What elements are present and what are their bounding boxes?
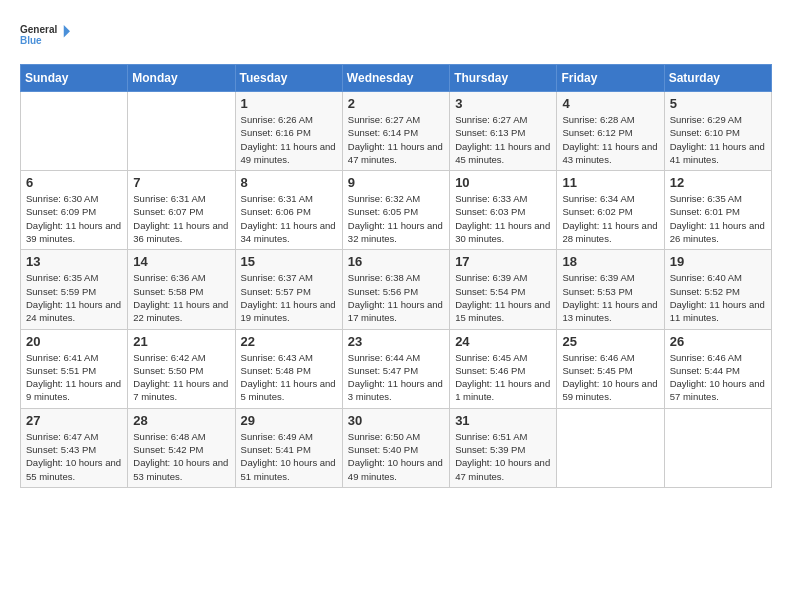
- svg-text:Blue: Blue: [20, 35, 42, 46]
- header-cell-sunday: Sunday: [21, 65, 128, 92]
- week-row-1: 1Sunrise: 6:26 AM Sunset: 6:16 PM Daylig…: [21, 92, 772, 171]
- day-info: Sunrise: 6:36 AM Sunset: 5:58 PM Dayligh…: [133, 271, 229, 324]
- day-info: Sunrise: 6:38 AM Sunset: 5:56 PM Dayligh…: [348, 271, 444, 324]
- svg-text:General: General: [20, 24, 57, 35]
- day-info: Sunrise: 6:32 AM Sunset: 6:05 PM Dayligh…: [348, 192, 444, 245]
- day-cell: 7Sunrise: 6:31 AM Sunset: 6:07 PM Daylig…: [128, 171, 235, 250]
- day-number: 2: [348, 96, 444, 111]
- header-cell-friday: Friday: [557, 65, 664, 92]
- day-cell: 4Sunrise: 6:28 AM Sunset: 6:12 PM Daylig…: [557, 92, 664, 171]
- day-number: 18: [562, 254, 658, 269]
- day-info: Sunrise: 6:35 AM Sunset: 5:59 PM Dayligh…: [26, 271, 122, 324]
- day-cell: 10Sunrise: 6:33 AM Sunset: 6:03 PM Dayli…: [450, 171, 557, 250]
- day-number: 24: [455, 334, 551, 349]
- day-cell: 21Sunrise: 6:42 AM Sunset: 5:50 PM Dayli…: [128, 329, 235, 408]
- header-cell-tuesday: Tuesday: [235, 65, 342, 92]
- header-cell-wednesday: Wednesday: [342, 65, 449, 92]
- day-cell: 24Sunrise: 6:45 AM Sunset: 5:46 PM Dayli…: [450, 329, 557, 408]
- logo: General Blue: [20, 16, 70, 56]
- day-number: 13: [26, 254, 122, 269]
- day-info: Sunrise: 6:39 AM Sunset: 5:53 PM Dayligh…: [562, 271, 658, 324]
- day-number: 4: [562, 96, 658, 111]
- day-cell: 8Sunrise: 6:31 AM Sunset: 6:06 PM Daylig…: [235, 171, 342, 250]
- day-info: Sunrise: 6:33 AM Sunset: 6:03 PM Dayligh…: [455, 192, 551, 245]
- day-cell: 29Sunrise: 6:49 AM Sunset: 5:41 PM Dayli…: [235, 408, 342, 487]
- header-row: SundayMondayTuesdayWednesdayThursdayFrid…: [21, 65, 772, 92]
- day-cell: [557, 408, 664, 487]
- day-cell: 5Sunrise: 6:29 AM Sunset: 6:10 PM Daylig…: [664, 92, 771, 171]
- day-number: 19: [670, 254, 766, 269]
- day-info: Sunrise: 6:44 AM Sunset: 5:47 PM Dayligh…: [348, 351, 444, 404]
- day-number: 15: [241, 254, 337, 269]
- day-number: 26: [670, 334, 766, 349]
- day-info: Sunrise: 6:46 AM Sunset: 5:45 PM Dayligh…: [562, 351, 658, 404]
- day-info: Sunrise: 6:30 AM Sunset: 6:09 PM Dayligh…: [26, 192, 122, 245]
- day-number: 30: [348, 413, 444, 428]
- day-cell: 18Sunrise: 6:39 AM Sunset: 5:53 PM Dayli…: [557, 250, 664, 329]
- day-cell: [664, 408, 771, 487]
- week-row-5: 27Sunrise: 6:47 AM Sunset: 5:43 PM Dayli…: [21, 408, 772, 487]
- day-info: Sunrise: 6:37 AM Sunset: 5:57 PM Dayligh…: [241, 271, 337, 324]
- day-info: Sunrise: 6:50 AM Sunset: 5:40 PM Dayligh…: [348, 430, 444, 483]
- day-info: Sunrise: 6:28 AM Sunset: 6:12 PM Dayligh…: [562, 113, 658, 166]
- day-cell: 19Sunrise: 6:40 AM Sunset: 5:52 PM Dayli…: [664, 250, 771, 329]
- day-info: Sunrise: 6:27 AM Sunset: 6:14 PM Dayligh…: [348, 113, 444, 166]
- day-info: Sunrise: 6:46 AM Sunset: 5:44 PM Dayligh…: [670, 351, 766, 404]
- day-cell: 23Sunrise: 6:44 AM Sunset: 5:47 PM Dayli…: [342, 329, 449, 408]
- week-row-4: 20Sunrise: 6:41 AM Sunset: 5:51 PM Dayli…: [21, 329, 772, 408]
- day-number: 29: [241, 413, 337, 428]
- day-info: Sunrise: 6:51 AM Sunset: 5:39 PM Dayligh…: [455, 430, 551, 483]
- day-number: 14: [133, 254, 229, 269]
- week-row-3: 13Sunrise: 6:35 AM Sunset: 5:59 PM Dayli…: [21, 250, 772, 329]
- svg-marker-2: [64, 25, 70, 38]
- day-cell: 14Sunrise: 6:36 AM Sunset: 5:58 PM Dayli…: [128, 250, 235, 329]
- header-cell-monday: Monday: [128, 65, 235, 92]
- day-number: 5: [670, 96, 766, 111]
- day-number: 23: [348, 334, 444, 349]
- day-info: Sunrise: 6:42 AM Sunset: 5:50 PM Dayligh…: [133, 351, 229, 404]
- day-info: Sunrise: 6:40 AM Sunset: 5:52 PM Dayligh…: [670, 271, 766, 324]
- header-cell-thursday: Thursday: [450, 65, 557, 92]
- day-cell: 13Sunrise: 6:35 AM Sunset: 5:59 PM Dayli…: [21, 250, 128, 329]
- day-number: 7: [133, 175, 229, 190]
- day-number: 1: [241, 96, 337, 111]
- day-cell: 2Sunrise: 6:27 AM Sunset: 6:14 PM Daylig…: [342, 92, 449, 171]
- day-number: 31: [455, 413, 551, 428]
- day-cell: 31Sunrise: 6:51 AM Sunset: 5:39 PM Dayli…: [450, 408, 557, 487]
- day-info: Sunrise: 6:47 AM Sunset: 5:43 PM Dayligh…: [26, 430, 122, 483]
- header: General Blue: [20, 16, 772, 56]
- day-cell: 15Sunrise: 6:37 AM Sunset: 5:57 PM Dayli…: [235, 250, 342, 329]
- day-cell: [21, 92, 128, 171]
- day-cell: 25Sunrise: 6:46 AM Sunset: 5:45 PM Dayli…: [557, 329, 664, 408]
- day-number: 20: [26, 334, 122, 349]
- day-number: 6: [26, 175, 122, 190]
- day-info: Sunrise: 6:49 AM Sunset: 5:41 PM Dayligh…: [241, 430, 337, 483]
- day-number: 8: [241, 175, 337, 190]
- day-cell: 6Sunrise: 6:30 AM Sunset: 6:09 PM Daylig…: [21, 171, 128, 250]
- day-number: 21: [133, 334, 229, 349]
- logo-svg: General Blue: [20, 16, 70, 56]
- day-info: Sunrise: 6:31 AM Sunset: 6:06 PM Dayligh…: [241, 192, 337, 245]
- day-info: Sunrise: 6:39 AM Sunset: 5:54 PM Dayligh…: [455, 271, 551, 324]
- day-cell: 30Sunrise: 6:50 AM Sunset: 5:40 PM Dayli…: [342, 408, 449, 487]
- day-number: 16: [348, 254, 444, 269]
- day-number: 27: [26, 413, 122, 428]
- day-number: 17: [455, 254, 551, 269]
- day-number: 22: [241, 334, 337, 349]
- day-cell: 16Sunrise: 6:38 AM Sunset: 5:56 PM Dayli…: [342, 250, 449, 329]
- calendar-page: General Blue SundayMondayTuesdayWednesda…: [0, 0, 792, 612]
- day-cell: 1Sunrise: 6:26 AM Sunset: 6:16 PM Daylig…: [235, 92, 342, 171]
- day-cell: 26Sunrise: 6:46 AM Sunset: 5:44 PM Dayli…: [664, 329, 771, 408]
- day-cell: 27Sunrise: 6:47 AM Sunset: 5:43 PM Dayli…: [21, 408, 128, 487]
- day-number: 3: [455, 96, 551, 111]
- day-number: 12: [670, 175, 766, 190]
- day-info: Sunrise: 6:26 AM Sunset: 6:16 PM Dayligh…: [241, 113, 337, 166]
- day-info: Sunrise: 6:35 AM Sunset: 6:01 PM Dayligh…: [670, 192, 766, 245]
- day-info: Sunrise: 6:29 AM Sunset: 6:10 PM Dayligh…: [670, 113, 766, 166]
- day-cell: 11Sunrise: 6:34 AM Sunset: 6:02 PM Dayli…: [557, 171, 664, 250]
- day-number: 25: [562, 334, 658, 349]
- day-cell: 3Sunrise: 6:27 AM Sunset: 6:13 PM Daylig…: [450, 92, 557, 171]
- day-number: 9: [348, 175, 444, 190]
- day-info: Sunrise: 6:45 AM Sunset: 5:46 PM Dayligh…: [455, 351, 551, 404]
- header-cell-saturday: Saturday: [664, 65, 771, 92]
